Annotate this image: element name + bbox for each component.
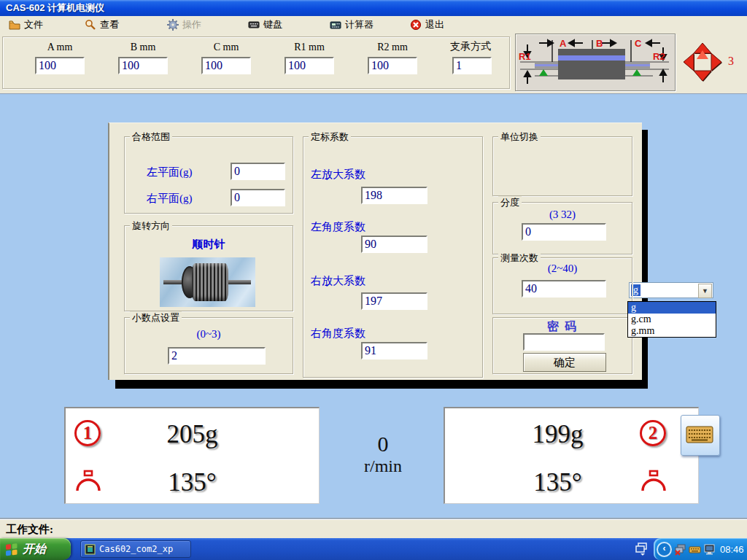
menu-file[interactable]: 文件 [6, 18, 46, 32]
decimal-input[interactable] [168, 347, 266, 365]
unit-dropdown-list: g g.cm g.mm [627, 301, 716, 338]
speed-readout: 0 r/min [332, 432, 434, 481]
field-r1-input[interactable] [285, 57, 334, 74]
speed-value: 0 [332, 432, 434, 456]
menu-view[interactable]: 查看 [82, 18, 122, 32]
groupbox-qualified-range: 合格范围 左平面(g) 右平面(g) [124, 136, 293, 214]
left-plane-input[interactable] [231, 163, 285, 180]
panel-password: 密 码 确定 [492, 317, 632, 374]
password-ok-button[interactable]: 确定 [523, 353, 606, 372]
groupbox-calibration: 定标系数 左放大系数 左角度系数 右放大系数 右角度系数 [303, 136, 483, 378]
diagram-label-c: C [635, 38, 642, 49]
menu-operate: 操作 [164, 18, 204, 32]
rotation-direction-title: 旋转方向 [130, 219, 172, 233]
division-title: 分度 [498, 196, 522, 209]
groupbox-measure-times: 测量次数 (2~40) [492, 257, 632, 314]
right-plane-input[interactable] [231, 189, 285, 206]
unit-switch-title: 单位切换 [498, 131, 541, 144]
unit-option-gmm[interactable]: g.mm [628, 325, 716, 337]
left-angle-value: 135° [66, 468, 319, 497]
password-label: 密 码 [493, 319, 632, 335]
cal-row2-input[interactable] [361, 292, 427, 310]
field-b-input[interactable] [118, 57, 168, 74]
start-button[interactable]: 开始 [0, 538, 71, 560]
calibration-title: 定标系数 [309, 131, 351, 144]
system-tray: ‹ 08:46 [654, 538, 747, 560]
field-support-label: 支承方式 [438, 40, 503, 53]
menu-bar: 文件 查看 操作 键盘 计算器 退出 [0, 16, 747, 34]
taskbar-toolbar-handle[interactable] [633, 540, 652, 558]
rotation-direction-value: 顺时针 [125, 238, 293, 252]
keyboard-icon [248, 19, 260, 31]
right-plane-readout: 199g 2 135° [444, 407, 699, 504]
unit-option-g[interactable]: g [628, 302, 716, 314]
cal-row1-input[interactable] [361, 236, 427, 253]
password-input[interactable] [523, 333, 605, 351]
file-icon [9, 19, 20, 31]
left-plane-readout: 1 205g 135° [64, 407, 320, 504]
network-offline-icon[interactable] [674, 543, 686, 556]
menu-exit[interactable]: 退出 [407, 18, 447, 32]
window-titlebar: CAS-602 计算机电测仪 [0, 0, 747, 16]
tray-collapse-chevron[interactable]: ‹ [657, 542, 672, 557]
angle-arc-icon [640, 470, 667, 493]
cal-row0-label: 左放大系数 [311, 168, 365, 182]
combobox-dropdown-arrow-icon[interactable]: ▼ [698, 284, 712, 298]
support-mode-compass-icon[interactable] [682, 42, 723, 82]
diagram-label-a: A [560, 38, 567, 49]
decimal-setting-title: 小数点设置 [130, 311, 182, 324]
unit-option-gcm[interactable]: g.cm [628, 314, 716, 325]
field-b-label: B mm [118, 42, 168, 53]
cal-row1-label: 左角度系数 [311, 220, 365, 234]
windows-logo-icon [4, 542, 19, 556]
division-range-label: (3 32) [493, 209, 632, 221]
cal-row3-input[interactable] [361, 342, 427, 359]
tray-monitor-icon[interactable] [703, 543, 716, 556]
groupbox-decimal-setting: 小数点设置 (0~3) [124, 317, 293, 374]
cal-row0-input[interactable] [361, 187, 427, 204]
diagram-label-r2: R2 [653, 51, 665, 62]
groupbox-unit-switch: 单位切换 [492, 136, 632, 196]
status-bar: 工作文件: [0, 519, 747, 539]
measure-times-input[interactable] [522, 280, 606, 298]
start-button-label: 开始 [23, 542, 46, 557]
field-r2-label: R2 mm [368, 42, 417, 53]
rotor-photo [160, 257, 255, 307]
menu-calculator[interactable]: 计算器 [327, 18, 376, 32]
menu-keyboard[interactable]: 键盘 [245, 18, 285, 32]
diagram-label-r1: R1 [519, 51, 531, 62]
taskbar: 开始 Cas602_com2_xp ‹ [0, 538, 747, 560]
left-weight-value: 205g [66, 420, 319, 449]
field-a-label: A mm [35, 42, 85, 53]
app-icon [85, 544, 96, 555]
menu-calculator-label: 计算器 [345, 18, 374, 31]
measure-times-range-label: (2~40) [493, 262, 632, 275]
tray-keyboard-icon[interactable] [689, 543, 701, 556]
taskbar-task-button[interactable]: Cas602_com2_xp [80, 540, 191, 558]
field-a-input[interactable] [35, 57, 85, 74]
screen: CAS-602 计算机电测仪 文件 查看 操作 键盘 计算器 退出 [0, 0, 747, 560]
right-plane-label: 右平面(g) [147, 192, 193, 206]
qualified-range-title: 合格范围 [130, 131, 172, 144]
dialog-shadow-bottom [115, 379, 648, 389]
menu-file-label: 文件 [24, 18, 43, 31]
onscreen-keyboard-button[interactable] [681, 415, 720, 456]
menu-view-label: 查看 [100, 18, 119, 31]
speed-unit: r/min [332, 456, 434, 476]
field-r2-input[interactable] [368, 57, 417, 74]
unit-combobox[interactable]: g ▼ [629, 282, 713, 298]
field-support-input[interactable] [452, 57, 492, 74]
division-input[interactable] [522, 223, 606, 241]
settings-dialog: 合格范围 左平面(g) 右平面(g) 旋转方向 顺时针 小数点设置 (0~3) … [108, 122, 642, 380]
rotor-dimension-diagram: A B C R1 R2 [515, 34, 676, 91]
tray-clock[interactable]: 08:46 [720, 544, 744, 555]
field-r1-label: R1 mm [285, 42, 334, 53]
plane-2-indicator: 2 [640, 420, 666, 446]
gear-icon [167, 19, 179, 31]
field-c-input[interactable] [201, 57, 251, 74]
cal-row2-label: 右放大系数 [311, 274, 365, 288]
menu-operate-label: 操作 [182, 18, 201, 31]
field-c-label: C mm [201, 42, 251, 53]
rotor-diagram-drawing: A B C R1 R2 [516, 34, 673, 89]
groupbox-division: 分度 (3 32) [492, 202, 632, 254]
